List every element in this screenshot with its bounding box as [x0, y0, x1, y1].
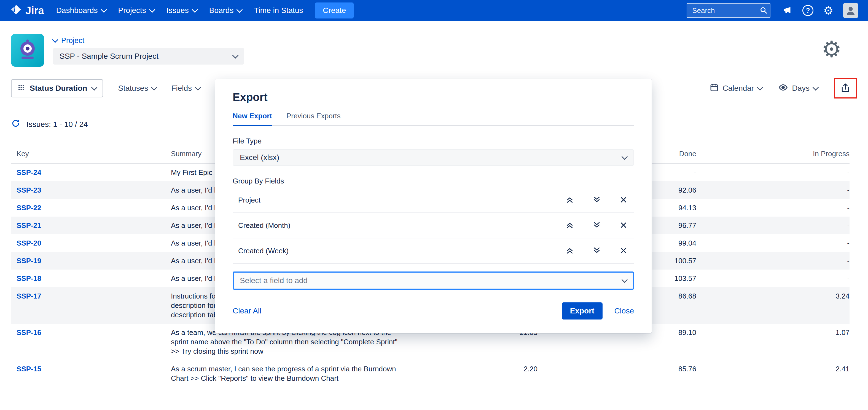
issue-key-link[interactable]: SSP-15	[11, 364, 171, 383]
double-chevron-up-icon	[566, 221, 574, 230]
project-breadcrumb[interactable]: Project	[53, 36, 84, 45]
move-up-button[interactable]	[566, 221, 574, 230]
nav-item-time-in-status[interactable]: Time in Status	[254, 6, 303, 15]
move-down-button[interactable]	[593, 246, 601, 256]
status-duration-button[interactable]: Status Duration	[11, 79, 103, 97]
group-field-row: Created (Week)	[232, 238, 634, 264]
export-button[interactable]	[836, 81, 855, 96]
days-label: Days	[792, 84, 810, 93]
project-select[interactable]: SSP - Sample Scrum Project	[53, 48, 244, 64]
issue-key-link[interactable]: SSP-19	[11, 256, 171, 265]
search-box	[687, 3, 770, 18]
nav-item-label: Time in Status	[254, 6, 303, 15]
issues-count-line: Issues: 1 - 10 / 24	[11, 119, 88, 130]
column-header-in-progress[interactable]: In Progress	[696, 150, 849, 158]
export-icon	[840, 83, 851, 94]
remove-field-button[interactable]	[620, 221, 627, 230]
megaphone-icon[interactable]	[782, 5, 793, 16]
double-chevron-down-icon	[593, 221, 601, 230]
move-up-button[interactable]	[566, 196, 574, 205]
issues-count-text: Issues: 1 - 10 / 24	[27, 120, 88, 129]
settings-gear-icon[interactable]: ⚙	[822, 38, 842, 61]
group-field-row: Created (Month)	[232, 213, 634, 238]
move-up-button[interactable]	[566, 246, 574, 256]
top-navbar: Jira Dashboards Projects Issues Boards T…	[0, 0, 868, 21]
statuses-label: Statuses	[118, 84, 148, 93]
calendar-dropdown[interactable]: Calendar	[710, 83, 763, 94]
eye-icon	[778, 83, 788, 94]
issue-key-link[interactable]: SSP-24	[11, 168, 171, 177]
toolbar-right-group: Calendar Days	[710, 78, 857, 98]
in-progress-value: -	[696, 221, 849, 230]
chevron-down-icon	[52, 37, 58, 43]
todo-value: 2.20	[458, 364, 537, 383]
in-progress-value: 3.24	[696, 291, 849, 320]
status-duration-label: Status Duration	[30, 84, 87, 93]
file-type-select[interactable]: Excel (xlsx)	[232, 149, 634, 166]
chevron-down-icon	[151, 84, 157, 90]
issue-key-link[interactable]: SSP-22	[11, 203, 171, 212]
export-submit-button[interactable]: Export	[562, 302, 603, 320]
issue-key-link[interactable]: SSP-17	[11, 291, 171, 320]
done-value: 85.76	[537, 364, 696, 383]
remove-icon	[620, 196, 627, 204]
issue-key-link[interactable]: SSP-21	[11, 221, 171, 230]
remove-field-button[interactable]	[620, 196, 627, 204]
chevron-down-icon	[237, 6, 243, 13]
double-chevron-up-icon	[566, 246, 574, 256]
move-down-button[interactable]	[593, 196, 601, 205]
group-field-actions	[566, 246, 627, 256]
issue-key-link[interactable]: SSP-16	[11, 328, 171, 356]
search-input[interactable]	[687, 3, 770, 18]
chevron-down-icon	[622, 153, 628, 160]
tab-new-export[interactable]: New Export	[232, 112, 272, 126]
table-row: SSP-15 As a scrum master, I can see the …	[11, 360, 849, 387]
statuses-dropdown[interactable]: Statuses	[118, 84, 156, 93]
modal-tabs: New Export Previous Exports	[232, 112, 634, 126]
help-icon[interactable]: ?	[802, 5, 813, 16]
issue-key-link[interactable]: SSP-18	[11, 274, 171, 283]
chevron-down-icon	[149, 6, 155, 13]
nav-item-issues[interactable]: Issues	[166, 6, 197, 15]
tab-previous-exports[interactable]: Previous Exports	[286, 112, 341, 126]
days-dropdown[interactable]: Days	[778, 83, 818, 94]
search-icon[interactable]	[760, 6, 768, 16]
issue-key-link[interactable]: SSP-20	[11, 238, 171, 248]
chevron-down-icon	[757, 84, 763, 90]
issue-key-link[interactable]: SSP-23	[11, 185, 171, 195]
highlight-box	[834, 78, 857, 98]
refresh-icon[interactable]	[11, 119, 21, 130]
add-field-placeholder: Select a field to add	[240, 276, 308, 285]
file-type-label: File Type	[232, 137, 634, 145]
fields-dropdown[interactable]: Fields	[171, 84, 200, 93]
nav-item-boards[interactable]: Boards	[209, 6, 242, 15]
user-avatar[interactable]	[843, 3, 858, 18]
add-field-select[interactable]: Select a field to add	[232, 271, 634, 290]
move-down-button[interactable]	[593, 221, 601, 230]
file-type-value: Excel (xlsx)	[240, 153, 279, 162]
nav-item-projects[interactable]: Projects	[118, 6, 154, 15]
group-field-actions	[566, 221, 627, 230]
group-field-label: Created (Week)	[238, 247, 566, 255]
close-button[interactable]: Close	[614, 306, 634, 315]
remove-icon	[620, 221, 627, 230]
jira-logo-icon	[10, 4, 22, 18]
gear-icon[interactable]: ⚙	[823, 5, 833, 16]
group-field-label: Created (Month)	[238, 221, 566, 230]
nav-icons: ? ⚙	[782, 3, 858, 18]
remove-field-button[interactable]	[620, 247, 627, 255]
column-header-key[interactable]: Key	[11, 150, 171, 158]
nav-item-label: Issues	[166, 6, 189, 15]
in-progress-value: -	[696, 238, 849, 248]
project-breadcrumb-label: Project	[61, 36, 84, 45]
nav-item-label: Boards	[209, 6, 234, 15]
group-by-label: Group By Fields	[232, 177, 634, 185]
double-chevron-down-icon	[593, 246, 601, 256]
in-progress-value: -	[696, 256, 849, 265]
create-button[interactable]: Create	[315, 2, 354, 19]
in-progress-value: -	[696, 203, 849, 212]
clear-all-button[interactable]: Clear All	[232, 306, 261, 315]
nav-item-dashboards[interactable]: Dashboards	[56, 6, 106, 15]
issue-summary: As a scrum master, I can see the progres…	[171, 364, 435, 383]
jira-brand[interactable]: Jira	[10, 4, 44, 18]
